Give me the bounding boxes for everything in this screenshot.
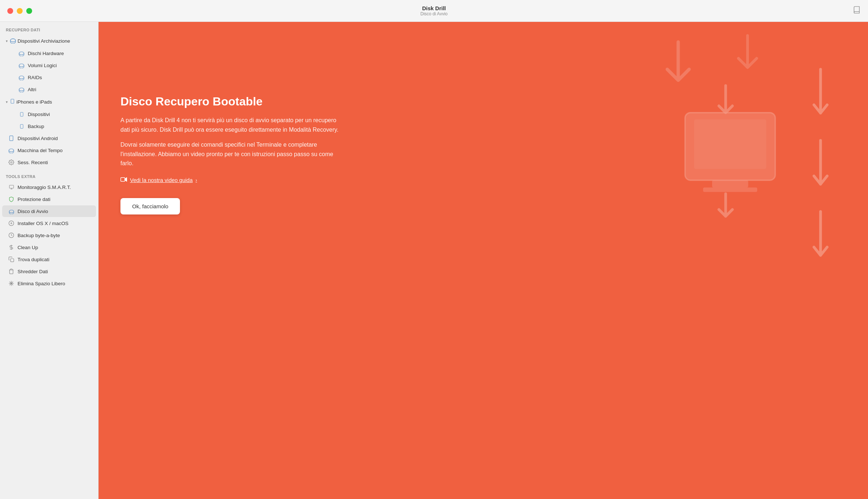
sidebar-item-shredder[interactable]: Shredder Dati [2, 266, 96, 277]
sidebar-item-installer-osx[interactable]: Installer OS X / macOS [2, 217, 96, 229]
sidebar-item-dischi-hardware[interactable]: Dischi Hardware [12, 47, 96, 59]
sidebar-item-label: Monitoraggio S.M.A.R.T. [18, 185, 71, 190]
svg-point-4 [19, 88, 24, 91]
disk-avvio-icon [8, 208, 15, 214]
sidebar-item-label: RAIDs [28, 75, 42, 80]
svg-rect-21 [11, 259, 14, 262]
sidebar-item-label: Altri [28, 87, 36, 92]
sidebar-item-label: Backup byte-a-byte [18, 233, 60, 238]
svg-rect-30 [121, 178, 125, 182]
app-subtitle: Disco di Avvio [420, 11, 448, 16]
svg-rect-28 [712, 180, 748, 187]
hdd-small-icon [18, 50, 25, 57]
installer-icon [8, 220, 15, 227]
svg-rect-12 [9, 185, 14, 188]
hdd-icon [10, 37, 16, 45]
content-desc1: A partire da Disk Drill 4 non ti servirà… [120, 116, 347, 134]
svg-point-0 [10, 39, 15, 42]
svg-rect-9 [9, 136, 13, 140]
sidebar-item-volumi-logici[interactable]: Volumi Logici [12, 59, 96, 71]
svg-rect-26 [685, 113, 775, 180]
sidebar-item-label: Dispositivi [28, 112, 50, 117]
traffic-lights [7, 8, 32, 14]
sidebar-item-label: Installer OS X / macOS [18, 221, 69, 226]
group-label: Dispositivi Archiviazione [18, 38, 70, 44]
titlebar-center: Disk Drill Disco di Avvio [420, 5, 448, 16]
sidebar-item-label: Disco di Avvio [18, 209, 48, 214]
sidebar-group-dispositivi-archiviazione[interactable]: ▾ Dispositivi Archiviazione [2, 35, 96, 47]
sidebar-item-android[interactable]: Dispositivi Android [2, 132, 96, 144]
sidebar-item-elimina-spazio[interactable]: Elimina Spazio Libero [2, 278, 96, 289]
timemachine-icon [8, 147, 15, 154]
svg-rect-7 [20, 112, 23, 116]
svg-rect-8 [20, 124, 23, 128]
section-label-tools: Tools Extra [0, 169, 98, 181]
sidebar-item-disco-avvio[interactable]: Disco di Avvio [2, 205, 96, 217]
raid-icon [18, 74, 25, 81]
volume-icon [18, 62, 25, 69]
svg-rect-29 [703, 187, 757, 192]
sidebar-item-label: Macchina del Tempo [18, 148, 63, 153]
sidebar-item-label: Elimina Spazio Libero [18, 281, 65, 286]
sidebar-item-macchina-del-tempo[interactable]: Macchina del Tempo [2, 144, 96, 156]
duplicate-icon [8, 256, 15, 263]
group-label: iPhones e iPads [16, 99, 52, 105]
sidebar-group-iphones-ipads[interactable]: ▾ iPhones e iPads [2, 96, 96, 108]
chevron-right-icon: › [196, 178, 197, 183]
sidebar-item-monitoraggio[interactable]: Monitoraggio S.M.A.R.T. [2, 181, 96, 193]
video-link-text: Vedi la nostra video guida [130, 177, 193, 183]
altri-icon [18, 86, 25, 93]
svg-point-3 [19, 76, 24, 79]
sidebar-item-label: Volumi Logici [28, 63, 57, 68]
sidebar-item-dispositivi[interactable]: Dispositivi [12, 108, 96, 120]
main-layout: Recupero Dati ▾ Dispositivi Archiviazion… [0, 22, 868, 499]
shredder-icon [8, 268, 15, 275]
android-icon [8, 135, 15, 142]
cleanup-icon [8, 244, 15, 251]
svg-point-10 [9, 149, 14, 152]
sparkle-icon [8, 280, 15, 287]
sidebar-item-label: Protezione dati [18, 197, 50, 202]
monitor-icon [8, 184, 15, 190]
sidebar-item-label: Shredder Dati [18, 269, 48, 274]
iphones-children: Dispositivi Backup [0, 108, 98, 132]
sidebar-item-sess-recenti[interactable]: Sess. Recenti [2, 156, 96, 168]
sidebar-item-clean-up[interactable]: Clean Up [2, 241, 96, 253]
sidebar-item-label: Trova duplicati [18, 257, 49, 262]
content-desc2: Dovrai solamente eseguire dei comandi sp… [120, 140, 347, 168]
sidebar: Recupero Dati ▾ Dispositivi Archiviazion… [0, 22, 99, 499]
sidebar-item-label: Dischi Hardware [28, 51, 64, 56]
app-title: Disk Drill [420, 5, 448, 11]
sidebar-item-backup-byte[interactable]: Backup byte-a-byte [2, 229, 96, 241]
sidebar-item-protezione-dati[interactable]: Protezione dati [2, 193, 96, 205]
sidebar-item-label: Clean Up [18, 245, 38, 250]
svg-point-1 [19, 52, 24, 55]
book-icon[interactable] [853, 6, 861, 16]
archiviazione-children: Dischi Hardware Volumi Logici [0, 47, 98, 95]
shield-icon [8, 196, 15, 202]
sidebar-item-backup[interactable]: Backup [12, 120, 96, 132]
svg-marker-31 [125, 178, 127, 182]
sidebar-item-trova-duplicati[interactable]: Trova duplicati [2, 254, 96, 265]
content-title: Disco Recupero Bootable [120, 95, 347, 108]
content-area: Disco Recupero Bootable A partire da Dis… [99, 22, 868, 499]
sidebar-item-label: Sess. Recenti [18, 160, 48, 165]
backup-icon [18, 123, 25, 129]
sidebar-item-label: Dispositivi Android [18, 136, 58, 141]
clock-icon [8, 232, 15, 239]
iphone-icon [10, 98, 15, 105]
gear-icon [8, 159, 15, 166]
video-link[interactable]: Vedi la nostra video guida › [120, 177, 347, 183]
close-button[interactable] [7, 8, 13, 14]
minimize-button[interactable] [17, 8, 23, 14]
titlebar: Disk Drill Disco di Avvio [0, 0, 868, 22]
action-button[interactable]: Ok, facciamolo [120, 198, 180, 214]
video-camera-icon [120, 177, 127, 183]
svg-point-11 [11, 162, 12, 163]
fullscreen-button[interactable] [26, 8, 32, 14]
svg-point-15 [9, 210, 14, 213]
content-card: Disco Recupero Bootable A partire da Dis… [120, 95, 347, 214]
sidebar-item-altri[interactable]: Altri [12, 84, 96, 95]
sidebar-item-raids[interactable]: RAIDs [12, 71, 96, 83]
section-label-recupero: Recupero Dati [0, 22, 98, 34]
